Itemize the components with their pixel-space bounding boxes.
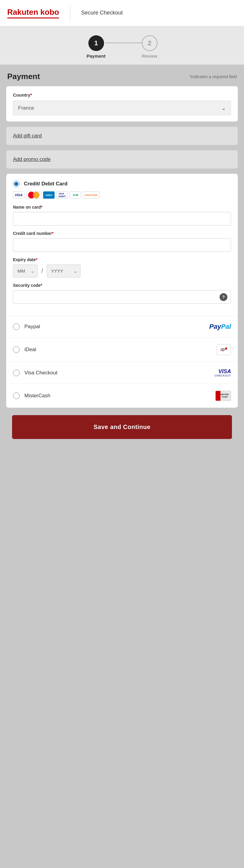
security-help-icon[interactable]: ? [219,293,228,301]
promo-code-section[interactable]: Add promo code [6,150,238,169]
year-select[interactable]: YYYY 202420252026 2027202820292030 [47,265,80,277]
visa-checkout-radio[interactable] [13,370,20,376]
header-divider [70,5,70,21]
add-gift-card-link[interactable]: Add gift card [13,133,42,138]
expiry-date-label: Expiry date* [13,257,231,262]
mistercash-text: MISTERCASH [221,393,229,399]
kobo-text: kobo [38,7,59,17]
gift-card-section[interactable]: Add gift card [6,126,238,145]
expiry-date-group: Expiry date* MM 01020304 05060708 091011… [13,257,231,277]
ideal-logo: i D [216,344,231,355]
month-select[interactable]: MM 01020304 05060708 09101112 [13,265,37,277]
visa-debit-logo: VISADEBIT [57,191,68,199]
card-logos: VISA AMEX VISADEBIT JCB DISCOVER [13,191,231,199]
rakuten-text: Rakuten [7,7,38,17]
card-number-label: Credit card number* [13,231,231,236]
number-required-star: * [52,231,54,236]
credit-card-radio[interactable] [13,181,20,187]
expiry-row: MM 01020304 05060708 09101112 ⌄ / YYYY 2… [13,265,231,277]
year-select-wrapper[interactable]: YYYY 202420252026 2027202820292030 ⌄ [47,265,80,277]
payment-header: Payment *indicates a required field [6,72,238,81]
security-code-input[interactable] [13,290,231,304]
ideal-label: iDeal [25,347,36,353]
paypal-radio[interactable] [13,323,20,330]
step-2-label: Review [142,54,158,59]
ideal-radio[interactable] [13,346,20,353]
expiry-required-star: * [36,257,37,262]
name-required-star: * [41,205,42,210]
step-1-wrapper: 1 Payment [86,35,106,59]
name-on-card-group: Name on card* [13,205,231,225]
discover-logo: DISCOVER [83,191,99,199]
paypal-logo: PayPal [209,323,231,331]
visa-checkout-logo: VISA Checkout [214,369,231,377]
security-code-label: Security code* [13,283,231,288]
mistercash-logo: MISTERCASH [215,391,231,401]
name-on-card-input[interactable] [13,212,231,225]
visa-logo: VISA [13,191,25,199]
ideal-d-text: D [222,347,225,352]
card-number-group: Credit card number* [13,231,231,252]
paypal-option[interactable]: Paypal PayPal [6,316,238,338]
country-card: Country* France United States United Kin… [6,86,238,122]
credit-card-section: Credit/ Debit Card VISA AMEX VISADEBIT J… [6,174,238,316]
step-1-circle: 1 [89,35,104,51]
mastercard-logo [26,191,41,199]
required-note: *indicates a required field [189,74,237,79]
add-promo-code-link[interactable]: Add promo code [13,156,51,162]
ideal-dot-icon [225,347,227,350]
step-2-wrapper: 2 Review [142,35,158,59]
country-required-star: * [31,92,32,97]
header: Rakuten kobo Secure Checkout [0,0,244,26]
jcb-logo: JCB [70,191,81,199]
payment-title: Payment [7,72,40,81]
step-line [106,42,142,43]
mc-right-circle [33,192,39,198]
logo-area: Rakuten kobo Secure Checkout [7,5,123,21]
visa-checkout-label: Visa Checkout [25,370,57,376]
paypal-pay-text: Pay [209,323,221,330]
step-1-label: Payment [86,54,106,59]
mistercash-option[interactable]: MisterCash MISTERCASH [6,384,238,408]
visa-checkout-visa-text: VISA [218,369,231,374]
credit-card-option-row: Credit/ Debit Card [13,181,231,187]
secure-checkout-label: Secure Checkout [81,9,123,16]
country-select-wrapper[interactable]: France United States United Kingdom Germ… [13,100,231,115]
rakuten-kobo-logo: Rakuten kobo [7,7,59,19]
credit-card-label: Credit/ Debit Card [24,181,68,187]
amex-logo: AMEX [43,191,55,199]
mistercash-label: MisterCash [25,393,50,399]
ideal-option[interactable]: iDeal i D [6,338,238,362]
month-select-wrapper[interactable]: MM 01020304 05060708 09101112 ⌄ [13,265,38,277]
name-on-card-label: Name on card* [13,205,231,210]
security-code-group: Security code* ? [13,283,231,304]
save-continue-button[interactable]: Save and Continue [12,415,232,439]
expiry-slash: / [41,268,43,274]
paypal-label: Paypal [25,324,40,330]
card-number-input[interactable] [13,238,231,252]
payment-options-card: Credit/ Debit Card VISA AMEX VISADEBIT J… [6,174,238,408]
country-select[interactable]: France United States United Kingdom Germ… [13,101,231,115]
country-label: Country* [13,92,231,97]
step-2-circle: 2 [142,35,158,51]
visa-checkout-option[interactable]: Visa Checkout VISA Checkout [6,362,238,384]
main-content: Payment *indicates a required field Coun… [0,65,244,454]
logo-underline [7,18,59,19]
mistercash-radio[interactable] [13,393,20,399]
security-required-star: * [41,283,42,288]
security-input-wrapper: ? [13,290,231,304]
progress-steps: 1 Payment 2 Review [0,26,244,65]
visa-checkout-checkout-text: Checkout [214,374,231,377]
paypal-pal-text: Pal [221,323,231,330]
